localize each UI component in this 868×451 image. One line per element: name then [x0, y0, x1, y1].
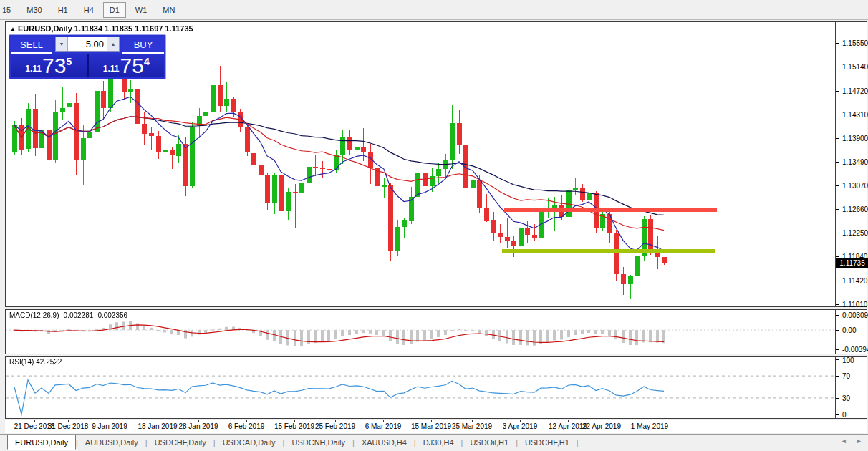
date-axis-tick: [650, 420, 650, 422]
rsi-label: RSI(14) 42.2522: [9, 358, 62, 366]
rsi-chart-canvas[interactable]: [6, 357, 835, 418]
date-axis-tick: [335, 420, 336, 422]
chart-tab-xauusd-h4[interactable]: XAUUSD,H4: [355, 436, 414, 449]
macd-indicator-panel: MACD(12,26,9) -0.002281 -0.002356 0.0030…: [5, 309, 867, 354]
timeframe-button-d1[interactable]: D1: [103, 2, 126, 18]
macd-axis-label: 0.00: [842, 326, 856, 334]
volume-input[interactable]: 5.00: [68, 37, 107, 51]
sell-price-box[interactable]: 1.11 73 5: [11, 54, 87, 77]
buy-price-big: 75: [120, 55, 144, 77]
chart-tab-usdoil-h1[interactable]: USDOil,H1: [463, 436, 516, 449]
date-axis-tick: [158, 420, 158, 422]
date-axis[interactable]: 21 Dec 201831 Dec 20189 Jan 201918 Jan 2…: [5, 420, 867, 433]
volume-decrease-button[interactable]: ▼: [56, 37, 68, 51]
date-axis-tick: [246, 420, 247, 422]
price-axis-tick: [836, 233, 839, 233]
date-axis-label: 3 Apr 2019: [495, 422, 545, 430]
timeframe-button-h1[interactable]: H1: [52, 2, 74, 18]
chart-tab-usdchf-daily[interactable]: USDCHF,Daily: [148, 436, 213, 449]
price-axis-label: 1.12660: [842, 205, 868, 213]
macd-axis-tick: [836, 315, 839, 316]
chart-tab-dj30-h4[interactable]: DJ30,H4: [416, 436, 461, 449]
chart-tab-usdchf-h1[interactable]: USDCHF,H1: [518, 436, 577, 449]
sell-price-big: 73: [42, 55, 66, 77]
current-price-badge: 1.11735: [836, 258, 868, 268]
date-axis-tick: [294, 420, 295, 422]
price-axis-tick: [836, 43, 839, 44]
date-axis-tick: [568, 420, 569, 422]
chart-tab-audusd-daily[interactable]: AUDUSD,Daily: [78, 436, 145, 449]
price-axis-label: 1.12250: [842, 229, 868, 237]
buy-price-prefix: 1.11: [103, 64, 120, 74]
price-axis-label: 1.14720: [842, 87, 868, 95]
chart-ohlc-values: 1.11834 1.11835 1.11697 1.11735: [74, 24, 193, 33]
macd-axis-label: 0.003095: [842, 311, 868, 319]
date-axis-tick: [34, 420, 35, 422]
volume-increase-button[interactable]: ▲: [107, 37, 119, 51]
rsi-axis-tick: [836, 376, 839, 377]
tab-scroll-right-icon[interactable]: ►: [856, 437, 862, 445]
rsi-indicator-panel: RSI(14) 42.2522 10070300: [5, 356, 867, 419]
price-axis-label: 1.15140: [842, 63, 868, 71]
rsi-axis: 10070300: [836, 357, 867, 418]
price-axis-tick: [836, 304, 839, 305]
date-axis-label: 1 May 2019: [625, 422, 675, 430]
timeframe-button-mn[interactable]: MN: [156, 2, 181, 18]
rsi-axis-label: 70: [842, 372, 850, 380]
price-axis-tick: [836, 281, 839, 281]
macd-label: MACD(12,26,9) -0.002281 -0.002356: [9, 311, 127, 319]
price-axis-tick: [836, 185, 839, 186]
sell-price-sup: 5: [66, 56, 72, 67]
one-click-trade-panel: SELL ▼ 5.00 ▲ BUY 1.11 73 5 1.11 75 4: [9, 34, 166, 79]
sell-price-prefix: 1.11: [25, 64, 42, 74]
date-axis-label: 6 Feb 2019: [221, 422, 271, 430]
timeframe-button-m30[interactable]: M30: [20, 2, 48, 18]
price-axis-tick: [836, 115, 839, 115]
sell-button[interactable]: SELL: [11, 37, 52, 54]
date-axis-label: 25 Feb 2019: [310, 422, 360, 430]
date-axis-tick: [472, 420, 473, 422]
chart-tab-eurusd-daily[interactable]: EURUSD,Daily: [7, 435, 76, 450]
timeframe-button-w1[interactable]: W1: [129, 2, 154, 18]
chart-tab-usdcad-daily[interactable]: USDCAD,Daily: [216, 436, 283, 449]
date-axis-label: 25 Mar 2019: [447, 422, 497, 430]
tab-scroll-left-icon[interactable]: ◄: [841, 437, 847, 445]
date-axis-label: 28 Jan 2019: [173, 422, 223, 430]
chart-tab-bar: EURUSD,Daily|AUDUSD,Daily|USDCHF,Daily|U…: [0, 434, 868, 450]
chart-title: ▲ EURUSD,Daily 1.11834 1.11835 1.11697 1…: [10, 24, 193, 33]
macd-axis-label: -0.003947: [842, 346, 868, 354]
date-axis-tick: [110, 420, 110, 422]
price-axis-label: 1.13900: [842, 135, 868, 142]
price-axis-tick: [836, 209, 839, 210]
macd-axis: 0.0030950.00-0.003947: [836, 310, 867, 354]
price-axis-label: 1.14310: [842, 111, 868, 119]
direction-up-icon: ▲: [10, 26, 16, 32]
buy-price-box[interactable]: 1.11 75 4: [89, 54, 165, 77]
price-axis-label: 1.15550: [842, 39, 868, 47]
date-axis-tick: [431, 420, 432, 422]
price-axis-tick: [836, 162, 839, 163]
main-chart-panel: ▲ EURUSD,Daily 1.11834 1.11835 1.11697 1…: [5, 21, 867, 307]
macd-axis-tick: [836, 330, 839, 331]
timeframe-button-h4[interactable]: H4: [77, 2, 100, 18]
chart-tab-usdcnh-daily[interactable]: USDCNH,Daily: [284, 436, 352, 449]
macd-chart-canvas[interactable]: [6, 310, 835, 354]
toolbar-separator: [193, 3, 193, 17]
price-axis-tick: [836, 256, 839, 257]
price-axis-tick: [836, 67, 839, 67]
timeframe-button-15[interactable]: 15: [0, 2, 17, 18]
rsi-axis-tick: [836, 359, 839, 360]
rsi-axis-label: 100: [842, 357, 854, 364]
volume-stepper: ▼ 5.00 ▲: [55, 37, 120, 52]
rsi-axis-label: 0: [842, 411, 847, 419]
timeframe-toolbar: 15M30H1H4D1W1MN: [0, 0, 868, 20]
rsi-axis-tick: [836, 398, 839, 399]
tab-divider: |: [577, 438, 579, 447]
price-axis-tick: [836, 91, 839, 92]
macd-axis-tick: [836, 349, 839, 350]
buy-button[interactable]: BUY: [122, 37, 164, 54]
price-axis[interactable]: 1.155501.151401.147201.143101.139001.134…: [836, 22, 867, 306]
date-axis-tick: [520, 420, 521, 422]
date-axis-label: 9 Jan 2019: [85, 422, 135, 430]
price-axis-label: 1.11010: [842, 301, 867, 309]
